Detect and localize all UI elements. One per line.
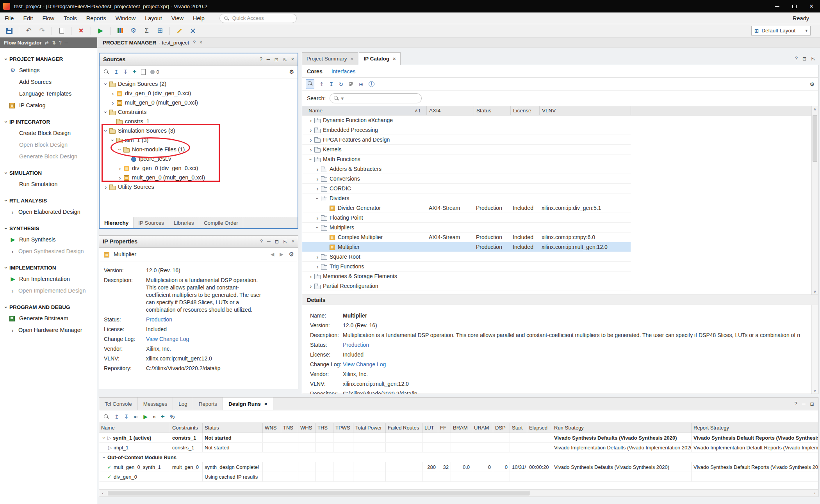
column-header[interactable]: Report Strategy (692, 423, 818, 433)
expander-icon[interactable] (110, 91, 116, 96)
tree-row-sim-div-gen[interactable]: div_gen_0 (div_gen_0.xci) (100, 163, 298, 173)
tab-libraries[interactable]: Libraries (169, 217, 199, 228)
maximize-icon[interactable] (802, 56, 806, 62)
catalog-row[interactable]: Dividers (302, 193, 631, 203)
help-icon[interactable] (59, 40, 62, 46)
expander-icon[interactable] (117, 147, 123, 153)
close-button[interactable] (803, 0, 820, 12)
help-icon[interactable] (193, 40, 196, 45)
run-row-mult-gen-synth[interactable]: mult_gen_0_synth_1 mult_gen_0 synth_desi… (99, 462, 818, 472)
close-icon[interactable] (264, 401, 267, 407)
subtab-interfaces[interactable]: Interfaces (332, 68, 355, 75)
column-header[interactable]: Name (99, 423, 170, 433)
create-run-icon[interactable] (161, 413, 165, 421)
column-header[interactable]: Status (203, 423, 263, 433)
sidebar-item-settings[interactable]: Settings (0, 64, 97, 76)
expander-icon[interactable] (314, 264, 321, 270)
tree-row-sim-mult-gen[interactable]: mult_gen_0 (mult_gen_0.xci) (100, 173, 298, 182)
run-group-out-of-context[interactable]: Out-of-Context Module Runs (99, 453, 818, 462)
forward-icon[interactable] (280, 252, 283, 257)
expander-icon[interactable] (101, 435, 107, 441)
column-header[interactable]: DSP (493, 423, 510, 433)
expander-icon[interactable] (308, 283, 314, 289)
collapse-all-icon[interactable] (114, 413, 119, 420)
menu-tools[interactable]: Tools (59, 12, 82, 24)
minimize-button[interactable] (768, 0, 786, 12)
tree-row-mult-gen[interactable]: mult_gen_0 (mult_gen_0.xci) (100, 98, 298, 107)
float-icon[interactable] (811, 56, 815, 62)
status-link[interactable]: Production (146, 316, 263, 323)
column-header[interactable]: BRAM (451, 423, 472, 433)
copy-button[interactable] (56, 26, 67, 36)
chevron-right-icon[interactable] (9, 209, 16, 215)
catalog-row[interactable]: Kernels (302, 145, 631, 154)
close-icon[interactable] (200, 40, 202, 45)
menu-help[interactable]: Help (188, 12, 209, 24)
minimize-icon[interactable] (267, 57, 270, 62)
back-icon[interactable] (271, 252, 274, 257)
expander-icon[interactable] (308, 127, 314, 133)
tree-row-utility-sources[interactable]: Utility Sources (100, 182, 298, 192)
sidebar-item-run-simulation[interactable]: Run Simulation (0, 178, 97, 190)
scrollbar-thumb[interactable] (813, 115, 817, 162)
expander-icon[interactable] (103, 109, 109, 115)
tab-project-summary[interactable]: Project Summary (302, 52, 358, 65)
expander-icon[interactable] (314, 215, 321, 221)
expander-icon[interactable] (308, 117, 314, 123)
close-icon[interactable] (291, 57, 294, 62)
expander-icon[interactable] (110, 137, 116, 143)
catalog-row[interactable]: Floating Point (302, 213, 631, 223)
expander-icon[interactable] (308, 273, 314, 279)
ip-properties-title[interactable]: IP Properties (99, 236, 298, 248)
close-icon[interactable] (393, 56, 396, 62)
gear-icon[interactable] (809, 81, 815, 87)
section-header-simulation[interactable]: SIMULATION (0, 167, 97, 178)
catalog-vertical-scrollbar[interactable] (811, 106, 818, 295)
float-icon[interactable] (283, 57, 287, 62)
menu-view[interactable]: View (167, 12, 188, 24)
catalog-row[interactable]: Trig Functions (302, 262, 631, 272)
expand-all-icon[interactable] (123, 69, 128, 75)
tab-messages[interactable]: Messages (138, 398, 173, 410)
column-header[interactable]: FF (438, 423, 451, 433)
reorder-icon[interactable] (52, 40, 56, 46)
report-button[interactable] (115, 26, 125, 36)
tree-row-constrs-1[interactable]: constrs_1 (100, 117, 298, 126)
tab-hierarchy[interactable]: Hierarchy (100, 217, 134, 228)
catalog-row[interactable]: Dynamic Function eXchange (302, 115, 631, 125)
catalog-row-multiplier[interactable]: MultiplierProductionIncludedxilinx.com:i… (302, 242, 631, 252)
sidebar-item-run-implementation[interactable]: Run Implementation (0, 273, 97, 285)
run-row-synth-1[interactable]: synth_1 (active) constrs_1 Not started V… (99, 433, 818, 443)
run-button[interactable] (95, 26, 106, 36)
column-header[interactable]: Constraints (170, 423, 203, 433)
sidebar-item-open-synthesized-design[interactable]: Open Synthesized Design (0, 245, 97, 257)
gear-icon[interactable] (289, 69, 294, 75)
column-header[interactable]: Run Strategy (552, 423, 692, 433)
maximize-icon[interactable] (275, 57, 278, 62)
sidebar-item-open-implemented-design[interactable]: Open Implemented Design (0, 285, 97, 296)
expander-icon[interactable] (103, 184, 109, 190)
column-header[interactable]: WNS (263, 423, 281, 433)
column-header[interactable]: Failed Routes (386, 423, 422, 433)
section-header-rtl-analysis[interactable]: RTL ANALYSIS (0, 195, 97, 206)
column-axi4[interactable]: AXI4 (426, 106, 474, 115)
menu-reports[interactable]: Reports (82, 12, 111, 24)
expander-icon[interactable] (103, 128, 109, 134)
chevron-right-icon[interactable] (9, 288, 16, 294)
expand-all-icon[interactable] (124, 413, 129, 420)
minimize-icon[interactable] (802, 401, 806, 406)
sidebar-item-open-elaborated-design[interactable]: Open Elaborated Design (0, 206, 97, 218)
catalog-row-complex-multiplier[interactable]: Complex MultiplierAXI4-StreamProductionI… (302, 232, 631, 242)
sidebar-item-create-block-design[interactable]: Create Block Design (0, 127, 97, 139)
menu-layout[interactable]: Layout (140, 12, 167, 24)
column-name[interactable]: Name (302, 106, 426, 115)
layout-grid-button[interactable] (155, 26, 165, 36)
column-status[interactable]: Status (474, 106, 510, 115)
wrench-icon[interactable] (348, 82, 354, 87)
catalog-row[interactable]: Embedded Processing (302, 125, 631, 135)
expander-icon[interactable] (314, 225, 321, 231)
expander-icon[interactable] (314, 166, 321, 172)
section-header-program-and-debug[interactable]: PROGRAM AND DEBUG (0, 302, 97, 312)
menu-window[interactable]: Window (111, 12, 141, 24)
file-icon[interactable] (141, 69, 146, 75)
